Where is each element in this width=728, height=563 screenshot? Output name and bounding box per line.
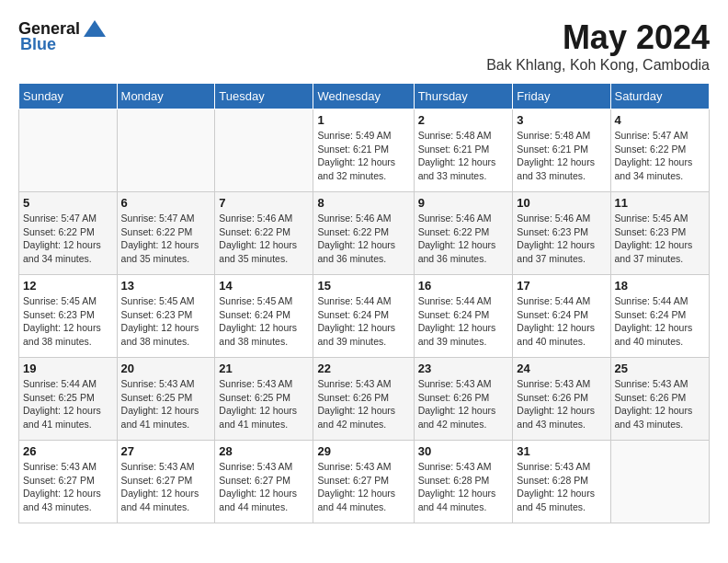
header-monday: Monday [117,84,215,109]
day-number: 3 [517,113,606,127]
logo-blue-text: Blue [20,35,56,54]
day-number: 10 [517,196,606,210]
header-friday: Friday [513,84,610,109]
page-header: General Blue May 2024 Bak Khlang, Koh Ko… [18,18,710,74]
day-info: Sunrise: 5:43 AM Sunset: 6:27 PM Dayligh… [121,460,211,514]
day-number: 14 [219,279,309,293]
table-row: 25Sunrise: 5:43 AM Sunset: 6:26 PM Dayli… [610,358,709,441]
title-section: May 2024 Bak Khlang, Koh Kong, Cambodia [486,18,710,74]
day-number: 15 [317,279,409,293]
day-number: 26 [23,444,113,458]
table-row: 20Sunrise: 5:43 AM Sunset: 6:25 PM Dayli… [117,358,215,441]
table-row: 19Sunrise: 5:44 AM Sunset: 6:25 PM Dayli… [19,358,118,441]
day-info: Sunrise: 5:45 AM Sunset: 6:23 PM Dayligh… [121,294,211,349]
days-header-row: Sunday Monday Tuesday Wednesday Thursday… [19,84,710,109]
table-row: 26Sunrise: 5:43 AM Sunset: 6:27 PM Dayli… [19,441,118,523]
svg-marker-0 [84,20,106,37]
day-info: Sunrise: 5:43 AM Sunset: 6:26 PM Dayligh… [317,377,409,431]
day-info: Sunrise: 5:43 AM Sunset: 6:25 PM Dayligh… [219,377,309,431]
table-row: 29Sunrise: 5:43 AM Sunset: 6:27 PM Dayli… [313,441,414,523]
day-info: Sunrise: 5:46 AM Sunset: 6:22 PM Dayligh… [317,212,409,266]
table-row: 31Sunrise: 5:43 AM Sunset: 6:28 PM Dayli… [513,441,610,523]
day-number: 18 [615,279,705,293]
day-number: 27 [121,444,211,458]
table-row [215,109,313,192]
day-info: Sunrise: 5:45 AM Sunset: 6:23 PM Dayligh… [23,294,113,349]
day-number: 6 [121,196,211,210]
day-info: Sunrise: 5:48 AM Sunset: 6:21 PM Dayligh… [517,129,606,183]
day-info: Sunrise: 5:47 AM Sunset: 6:22 PM Dayligh… [121,212,211,266]
table-row: 7Sunrise: 5:46 AM Sunset: 6:22 PM Daylig… [215,192,313,275]
day-number: 19 [23,362,113,375]
table-row: 11Sunrise: 5:45 AM Sunset: 6:23 PM Dayli… [610,192,709,275]
table-row: 2Sunrise: 5:48 AM Sunset: 6:21 PM Daylig… [414,109,513,192]
day-number: 4 [615,113,705,127]
day-info: Sunrise: 5:43 AM Sunset: 6:27 PM Dayligh… [317,460,409,514]
day-info: Sunrise: 5:44 AM Sunset: 6:24 PM Dayligh… [615,294,705,349]
day-info: Sunrise: 5:43 AM Sunset: 6:26 PM Dayligh… [615,377,705,431]
month-year-title: May 2024 [486,18,710,57]
table-row: 13Sunrise: 5:45 AM Sunset: 6:23 PM Dayli… [117,275,215,358]
table-row: 9Sunrise: 5:46 AM Sunset: 6:22 PM Daylig… [414,192,513,275]
table-row: 21Sunrise: 5:43 AM Sunset: 6:25 PM Dayli… [215,358,313,441]
table-row: 6Sunrise: 5:47 AM Sunset: 6:22 PM Daylig… [117,192,215,275]
table-row: 22Sunrise: 5:43 AM Sunset: 6:26 PM Dayli… [313,358,414,441]
day-info: Sunrise: 5:47 AM Sunset: 6:22 PM Dayligh… [615,129,705,183]
day-info: Sunrise: 5:43 AM Sunset: 6:28 PM Dayligh… [517,460,606,514]
day-info: Sunrise: 5:46 AM Sunset: 6:22 PM Dayligh… [418,212,509,266]
header-saturday: Saturday [610,84,709,109]
day-number: 21 [219,362,309,375]
day-number: 28 [219,444,309,458]
day-info: Sunrise: 5:49 AM Sunset: 6:21 PM Dayligh… [317,129,409,183]
day-info: Sunrise: 5:45 AM Sunset: 6:23 PM Dayligh… [615,212,705,266]
day-info: Sunrise: 5:43 AM Sunset: 6:27 PM Dayligh… [23,460,113,514]
day-info: Sunrise: 5:47 AM Sunset: 6:22 PM Dayligh… [23,212,113,266]
day-number: 22 [317,362,409,375]
calendar-table: Sunday Monday Tuesday Wednesday Thursday… [18,83,710,523]
day-number: 31 [517,444,606,458]
day-number: 5 [23,196,113,210]
calendar-week-row: 1Sunrise: 5:49 AM Sunset: 6:21 PM Daylig… [19,109,710,192]
table-row: 15Sunrise: 5:44 AM Sunset: 6:24 PM Dayli… [313,275,414,358]
calendar-week-row: 12Sunrise: 5:45 AM Sunset: 6:23 PM Dayli… [19,275,710,358]
day-number: 24 [517,362,606,375]
table-row: 12Sunrise: 5:45 AM Sunset: 6:23 PM Dayli… [19,275,118,358]
table-row: 4Sunrise: 5:47 AM Sunset: 6:22 PM Daylig… [610,109,709,192]
header-sunday: Sunday [19,84,118,109]
table-row: 30Sunrise: 5:43 AM Sunset: 6:28 PM Dayli… [414,441,513,523]
day-number: 20 [121,362,211,375]
day-number: 13 [121,279,211,293]
day-number: 23 [418,362,509,375]
day-number: 12 [23,279,113,293]
day-info: Sunrise: 5:43 AM Sunset: 6:26 PM Dayligh… [517,377,606,431]
day-info: Sunrise: 5:45 AM Sunset: 6:24 PM Dayligh… [219,294,309,349]
table-row: 1Sunrise: 5:49 AM Sunset: 6:21 PM Daylig… [313,109,414,192]
day-info: Sunrise: 5:44 AM Sunset: 6:25 PM Dayligh… [23,377,113,431]
location-subtitle: Bak Khlang, Koh Kong, Cambodia [486,57,710,74]
day-info: Sunrise: 5:43 AM Sunset: 6:25 PM Dayligh… [121,377,211,431]
table-row: 23Sunrise: 5:43 AM Sunset: 6:26 PM Dayli… [414,358,513,441]
table-row [610,441,709,523]
table-row: 24Sunrise: 5:43 AM Sunset: 6:26 PM Dayli… [513,358,610,441]
table-row [117,109,215,192]
day-number: 25 [615,362,705,375]
day-number: 30 [418,444,509,458]
table-row: 10Sunrise: 5:46 AM Sunset: 6:23 PM Dayli… [513,192,610,275]
day-info: Sunrise: 5:48 AM Sunset: 6:21 PM Dayligh… [418,129,509,183]
table-row: 5Sunrise: 5:47 AM Sunset: 6:22 PM Daylig… [19,192,118,275]
day-info: Sunrise: 5:43 AM Sunset: 6:27 PM Dayligh… [219,460,309,514]
day-number: 16 [418,279,509,293]
header-thursday: Thursday [414,84,513,109]
calendar-week-row: 19Sunrise: 5:44 AM Sunset: 6:25 PM Dayli… [19,358,710,441]
table-row: 17Sunrise: 5:44 AM Sunset: 6:24 PM Dayli… [513,275,610,358]
table-row: 16Sunrise: 5:44 AM Sunset: 6:24 PM Dayli… [414,275,513,358]
header-tuesday: Tuesday [215,84,313,109]
table-row: 3Sunrise: 5:48 AM Sunset: 6:21 PM Daylig… [513,109,610,192]
logo-icon [82,18,108,39]
day-number: 1 [317,113,409,127]
day-number: 9 [418,196,509,210]
day-info: Sunrise: 5:44 AM Sunset: 6:24 PM Dayligh… [317,294,409,349]
day-info: Sunrise: 5:44 AM Sunset: 6:24 PM Dayligh… [418,294,509,349]
day-info: Sunrise: 5:44 AM Sunset: 6:24 PM Dayligh… [517,294,606,349]
day-info: Sunrise: 5:46 AM Sunset: 6:23 PM Dayligh… [517,212,606,266]
